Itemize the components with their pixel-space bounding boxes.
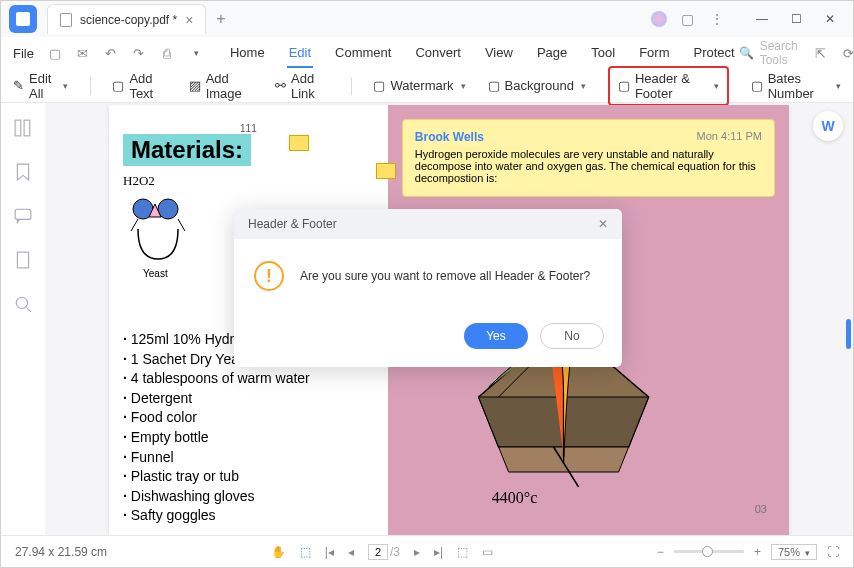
list-item: Food color [123,408,374,428]
confirm-dialog: Header & Footer ✕ ! Are you sure you wan… [234,209,622,367]
pdf-icon [60,13,72,27]
background-button[interactable]: ▢ Background ▾ [488,78,586,93]
print-dropdown-icon[interactable]: ▾ [188,44,206,62]
hand-tool-icon[interactable]: ✋ [271,545,286,559]
page-total: /3 [390,545,400,559]
app-logo[interactable] [9,5,37,33]
first-page-icon[interactable]: |◂ [325,545,334,559]
prev-page-icon[interactable]: ◂ [348,545,354,559]
tab-title: science-copy.pdf * [80,13,177,27]
close-window-button[interactable]: ✕ [815,7,845,31]
scroll-indicator[interactable] [846,319,851,349]
watermark-button[interactable]: ▢ Watermark ▾ [373,78,465,93]
notification-icon[interactable]: ▢ [677,9,697,29]
chevron-down-icon: ▾ [714,81,719,91]
select-tool-icon[interactable]: ⬚ [300,545,311,559]
word-export-icon[interactable]: W [813,111,843,141]
kebab-menu-icon[interactable]: ⋮ [707,9,727,29]
list-item: Dishwashing gloves [123,487,374,507]
list-item: Safty goggles [123,506,374,526]
comment-annotation[interactable]: Brook Wells Mon 4:11 PM Hydrogen peroxid… [402,119,775,197]
warning-icon: ! [254,261,284,291]
sticky-note-icon[interactable] [289,135,309,151]
account-icon[interactable] [651,11,667,27]
tab-edit[interactable]: Edit [287,39,313,68]
new-tab-button[interactable]: + [216,10,225,28]
zoom-percent[interactable]: 75% ▾ [771,544,817,560]
yes-button[interactable]: Yes [464,323,528,349]
bates-number-button[interactable]: ▢ Bates Number ▾ [751,71,841,101]
title-bar: science-copy.pdf * × + ▢ ⋮ — ☐ ✕ [1,1,853,37]
cloud-icon[interactable]: ⟳ [840,44,854,62]
close-tab-icon[interactable]: × [185,12,193,28]
add-image-button[interactable]: ▨ Add Image [189,71,253,101]
list-item: Empty bottle [123,428,374,448]
comments-icon[interactable] [14,207,32,225]
page-number: 03 [755,503,767,515]
thumbnails-icon[interactable] [14,119,32,137]
bookmarks-icon[interactable] [14,163,32,181]
left-sidebar [1,103,45,535]
chevron-down-icon: ▾ [836,81,841,91]
dialog-close-icon[interactable]: ✕ [598,217,608,231]
tab-convert[interactable]: Convert [413,39,463,68]
status-bar: 27.94 x 21.59 cm ✋ ⬚ |◂ ◂ /3 ▸ ▸| ⬚ ▭ − … [1,535,853,567]
image-icon: ▨ [189,78,201,93]
search-side-icon[interactable] [14,295,32,313]
chevron-down-icon: ▾ [461,81,466,91]
save-icon[interactable]: ▢ [46,44,64,62]
zoom-out-icon[interactable]: − [657,545,664,559]
search-placeholder: Search Tools [760,39,798,67]
next-page-icon[interactable]: ▸ [414,545,420,559]
file-menu[interactable]: File [13,46,34,61]
edit-icon: ✎ [13,78,24,93]
print-icon[interactable]: ⎙ [158,44,176,62]
maximize-button[interactable]: ☐ [781,7,811,31]
minimize-button[interactable]: — [747,7,777,31]
tab-form[interactable]: Form [637,39,671,68]
no-button[interactable]: No [540,323,604,349]
last-page-icon[interactable]: ▸| [434,545,443,559]
h2o2-label: H2O2 [123,173,223,189]
undo-icon[interactable]: ↶ [102,44,120,62]
add-link-button[interactable]: ⚯ Add Link [275,71,329,101]
tab-protect[interactable]: Protect [691,39,736,68]
fullscreen-icon[interactable]: ⛶ [827,545,839,559]
svg-point-4 [16,297,27,308]
zoom-slider[interactable] [674,550,744,553]
svg-line-10 [178,219,185,231]
share-icon[interactable]: ⇱ [812,44,830,62]
tab-tool[interactable]: Tool [589,39,617,68]
page-dimensions: 27.94 x 21.59 cm [15,545,107,559]
svg-text:Yeast: Yeast [143,268,168,279]
materials-heading: Materials: [123,134,251,166]
document-tab[interactable]: science-copy.pdf * × [47,4,206,34]
edit-all-button[interactable]: ✎ Edit All ▾ [13,71,68,101]
svg-rect-2 [15,209,31,219]
tab-comment[interactable]: Comment [333,39,393,68]
fit-width-icon[interactable]: ⬚ [457,545,468,559]
header-footer-button[interactable]: ▢ Header & Footer ▾ [608,66,729,106]
header-footer-icon: ▢ [618,78,630,93]
redo-icon[interactable]: ↷ [130,44,148,62]
tab-view[interactable]: View [483,39,515,68]
bates-icon: ▢ [751,78,763,93]
molecule-diagram: Yeast [123,189,223,279]
temperature-label: 4400°c [492,489,538,507]
tab-page[interactable]: Page [535,39,569,68]
zoom-in-icon[interactable]: + [754,545,761,559]
list-item: Plastic tray or tub [123,467,374,487]
page-input[interactable] [368,544,388,560]
fit-page-icon[interactable]: ▭ [482,545,493,559]
sticky-note-icon[interactable] [376,163,396,179]
chevron-down-icon: ▾ [581,81,586,91]
comment-time: Mon 4:11 PM [697,130,762,144]
text-icon: ▢ [112,78,124,93]
link-icon: ⚯ [275,78,286,93]
search-tools-input[interactable]: 🔍 Search Tools [739,39,798,67]
mail-icon[interactable]: ✉ [74,44,92,62]
attachments-icon[interactable] [14,251,32,269]
svg-rect-1 [24,120,30,136]
tab-home[interactable]: Home [228,39,267,68]
add-text-button[interactable]: ▢ Add Text [112,71,166,101]
